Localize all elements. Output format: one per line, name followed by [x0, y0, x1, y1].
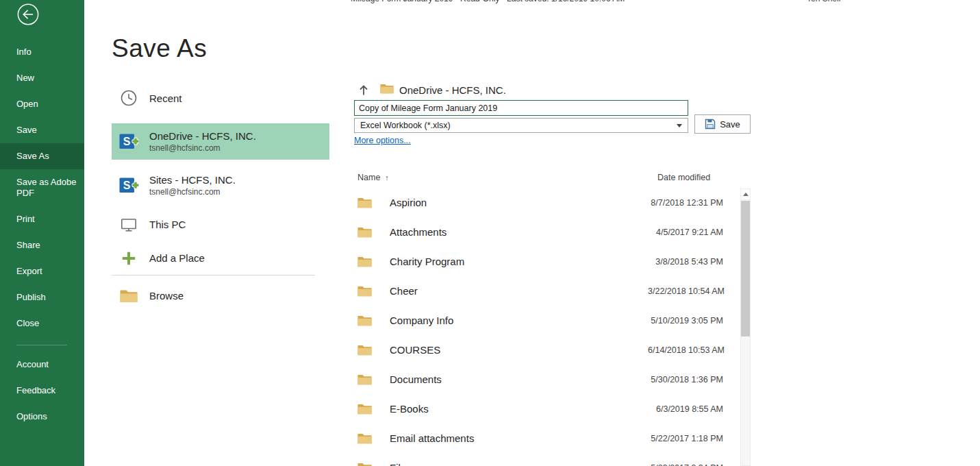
sidebar-divider	[16, 345, 67, 345]
scrollbar-thumb[interactable]	[741, 201, 750, 336]
sidebar-item-print[interactable]: Print	[0, 206, 84, 232]
place-browse[interactable]: Browse	[112, 279, 329, 312]
place-label: OneDrive - HCFS, INC.	[149, 130, 256, 142]
back-button[interactable]	[16, 3, 40, 26]
file-date: 5/10/2019 3:05 PM	[648, 316, 730, 326]
folder-icon	[354, 226, 390, 238]
plus-icon	[117, 250, 140, 267]
excel-backstage-save-as: Mileage Form January 2019 - Read-Only - …	[0, 0, 980, 466]
file-name: Charity Program	[390, 256, 648, 267]
folder-icon	[354, 373, 390, 385]
sidebar-item-feedback[interactable]: Feedback	[0, 378, 84, 404]
file-name: Email attachments	[390, 432, 648, 444]
sidebar-item-publish[interactable]: Publish	[0, 284, 84, 310]
document-title-text: Mileage Form January 2019 - Read-Only - …	[351, 0, 796, 3]
chevron-down-icon	[677, 124, 682, 127]
file-name: Company Info	[390, 315, 648, 326]
place-add-a-place[interactable]: Add a Place	[112, 241, 329, 275]
breadcrumb: OneDrive - HCFS, INC.	[354, 82, 506, 98]
up-arrow-icon	[358, 84, 369, 96]
sidebar-item-close[interactable]: Close	[0, 310, 84, 336]
file-row[interactable]: Attachments 4/5/2017 9:21 AM	[354, 217, 730, 247]
place-onedrive[interactable]: OneDrive - HCFS, INC. tsnell@hcfsinc.com	[112, 123, 329, 160]
place-label: Add a Place	[149, 252, 205, 264]
file-date: 8/7/2018 12:31 PM	[648, 198, 730, 208]
file-row[interactable]: E-Books 6/3/2019 8:55 AM	[354, 394, 730, 424]
name-column-header[interactable]: Name ↑	[354, 173, 648, 182]
file-row[interactable]: Aspirion 8/7/2018 12:31 PM	[354, 188, 730, 217]
monitor-icon	[117, 216, 140, 234]
place-this-pc[interactable]: This PC	[112, 208, 329, 241]
scrollbar-up-button[interactable]	[741, 189, 750, 200]
place-label: Browse	[149, 290, 184, 302]
folder-icon	[354, 403, 390, 415]
file-date: 3/8/2018 5:43 PM	[648, 257, 730, 267]
more-options-link[interactable]: More options...	[354, 136, 411, 145]
filetype-dropdown[interactable]: Excel Workbook (*.xlsx)	[354, 118, 688, 133]
filetype-selected-value: Excel Workbook (*.xlsx)	[360, 121, 451, 130]
file-row[interactable]: Documents 5/30/2018 1:36 PM	[354, 365, 730, 394]
sidebar-item-new[interactable]: New	[0, 65, 84, 91]
file-row[interactable]: COURSES 6/14/2018 10:53 AM	[354, 335, 730, 365]
back-arrow-icon	[16, 3, 40, 26]
sidebar-item-save[interactable]: Save	[0, 117, 84, 143]
file-name: Fil	[390, 462, 648, 466]
sidebar-item-account[interactable]: Account	[0, 352, 84, 378]
page-title: Save As	[112, 34, 207, 63]
clock-icon	[117, 89, 140, 107]
scroll-up-arrow-icon	[743, 193, 749, 196]
file-list-header: Name ↑ Date modified	[354, 167, 730, 188]
folder-icon	[354, 285, 390, 297]
titlebar-user-name: Teri Snell	[807, 0, 909, 5]
file-row[interactable]: Email attachments 5/22/2017 1:18 PM	[354, 424, 730, 453]
save-button[interactable]: Save	[694, 114, 751, 134]
file-name: Documents	[390, 373, 648, 385]
place-label: Sites - HCFS, INC.	[149, 174, 236, 186]
file-date: 6/14/2018 10:53 AM	[648, 345, 730, 355]
file-date: 3/22/2018 10:54 AM	[648, 286, 730, 296]
file-browser: Name ↑ Date modified Aspirion 8/7/2018 1…	[354, 167, 730, 466]
file-date: 5/30/2018 1:36 PM	[648, 375, 730, 384]
sharepoint-icon	[117, 177, 140, 194]
folder-icon	[117, 289, 140, 303]
place-label: This PC	[149, 219, 186, 230]
sidebar-item-save-as[interactable]: Save As	[0, 143, 84, 169]
sidebar-item-share[interactable]: Share	[0, 232, 84, 258]
sidebar-item-info[interactable]: Info	[0, 39, 84, 65]
sidebar-item-save-as-adobe-pdf[interactable]: Save as Adobe PDF	[0, 169, 84, 206]
place-sites[interactable]: Sites - HCFS, INC. tsnell@hcfsinc.com	[112, 167, 329, 204]
save-button-label: Save	[720, 119, 740, 130]
sidebar-item-export[interactable]: Export	[0, 258, 84, 284]
file-name: E-Books	[390, 403, 648, 415]
place-account-email: tsnell@hcfsinc.com	[149, 143, 256, 153]
date-modified-column-header[interactable]: Date modified	[648, 173, 730, 182]
folder-icon	[354, 315, 390, 326]
navigate-up-button[interactable]	[358, 84, 369, 96]
backstage-sidebar: Info New Open Save Save As Save as Adobe…	[0, 0, 84, 466]
folder-icon	[380, 83, 394, 97]
file-date: 6/3/2019 8:55 AM	[648, 404, 730, 414]
sort-ascending-icon: ↑	[385, 173, 389, 182]
file-row[interactable]: Fil 5/23/2017 3:34 PM	[354, 453, 730, 466]
file-date: 4/5/2017 9:21 AM	[648, 228, 730, 237]
file-date: 5/23/2017 3:34 PM	[648, 463, 730, 466]
file-row[interactable]: Charity Program 3/8/2018 5:43 PM	[354, 247, 730, 276]
titlebar-document-title: Mileage Form January 2019 - Read-Only - …	[351, 0, 796, 5]
sidebar-item-open[interactable]: Open	[0, 91, 84, 117]
save-floppy-icon	[705, 119, 716, 130]
breadcrumb-location[interactable]: OneDrive - HCFS, INC.	[399, 84, 506, 96]
file-name: Aspirion	[390, 197, 648, 208]
place-label: Recent	[149, 93, 182, 104]
file-name: Attachments	[390, 226, 648, 238]
sharepoint-icon	[117, 133, 140, 150]
sidebar-item-options[interactable]: Options	[0, 404, 84, 430]
folder-icon	[354, 462, 390, 466]
file-list-scrollbar[interactable]	[740, 188, 751, 466]
file-name: Cheer	[390, 285, 648, 297]
places-list: Recent OneDrive - HCFS, INC. tsnell@hcfs…	[112, 81, 329, 312]
place-recent[interactable]: Recent	[112, 81, 329, 115]
file-row[interactable]: Cheer 3/22/2018 10:54 AM	[354, 276, 730, 306]
file-date: 5/22/2017 1:18 PM	[648, 434, 730, 443]
file-row[interactable]: Company Info 5/10/2019 3:05 PM	[354, 306, 730, 335]
filename-input[interactable]	[354, 100, 688, 116]
